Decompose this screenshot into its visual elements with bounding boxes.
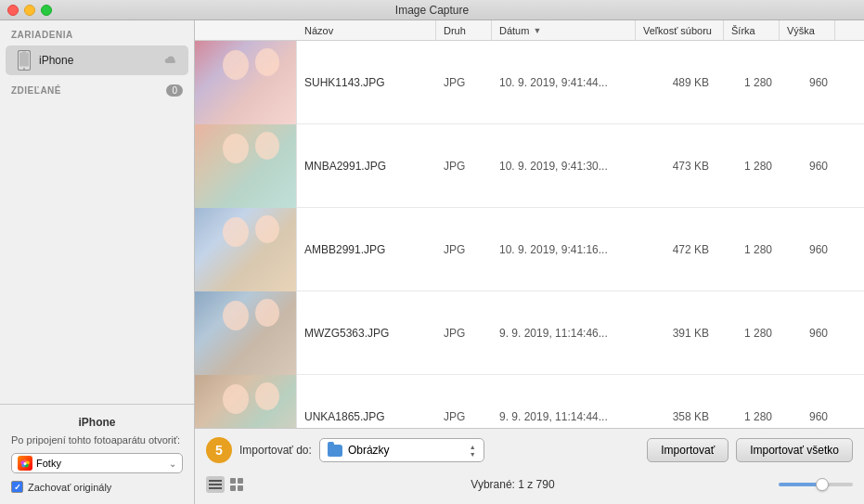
footer: 5 Importovať do: Obrázky ▲ ▼ Importovať … bbox=[195, 428, 864, 504]
open-with-row: Fotky ⌄ bbox=[11, 453, 183, 473]
cell-height: 960 bbox=[780, 327, 835, 340]
cell-height: 960 bbox=[780, 160, 835, 173]
import-button[interactable]: Importovať bbox=[647, 438, 729, 462]
traffic-lights bbox=[7, 5, 52, 16]
row-thumbnail bbox=[195, 291, 297, 375]
zoom-slider-container bbox=[779, 483, 853, 486]
shared-label: ZDIEĽANÉ bbox=[11, 85, 61, 96]
cell-date: 10. 9. 2019, 9:41:16... bbox=[492, 243, 636, 256]
cell-filetype: JPG bbox=[436, 76, 492, 89]
cell-width: 1 280 bbox=[724, 243, 780, 256]
table-header: Názov Druh Dátum ▼ Veľkosť súboru Šírka … bbox=[195, 20, 864, 41]
svg-rect-11 bbox=[209, 480, 222, 482]
sidebar-bottom: iPhone Po pripojení tohto fotoaparátu ot… bbox=[0, 404, 194, 504]
row-thumbnail bbox=[195, 41, 297, 124]
cell-width: 1 280 bbox=[724, 410, 780, 423]
close-button[interactable] bbox=[7, 5, 19, 16]
keep-originals-row: ✓ Zachovať originály bbox=[11, 481, 183, 493]
cell-height: 960 bbox=[780, 410, 835, 423]
table-row[interactable]: MNBA2991.JPGJPG10. 9. 2019, 9:41:30...47… bbox=[195, 124, 864, 208]
th-width[interactable]: Šírka bbox=[724, 20, 780, 40]
grid-view-button[interactable] bbox=[228, 476, 247, 493]
folder-dropdown[interactable]: Obrázky ▲ ▼ bbox=[319, 438, 484, 462]
table-row[interactable]: SUHK1143.JPGJPG10. 9. 2019, 9:41:44...48… bbox=[195, 41, 864, 124]
view-icons bbox=[206, 476, 247, 493]
svg-rect-2 bbox=[19, 53, 29, 67]
cell-width: 1 280 bbox=[724, 76, 780, 89]
shared-section: ZDIEĽANÉ 0 bbox=[0, 77, 194, 100]
status-bar: Vybrané: 1 z 790 bbox=[195, 472, 864, 498]
cell-filesize: 391 KB bbox=[636, 327, 724, 340]
device-info-title: iPhone bbox=[11, 416, 183, 429]
minimize-button[interactable] bbox=[24, 5, 35, 16]
app-name-label: Fotky bbox=[36, 458, 169, 469]
content-area: Názov Druh Dátum ▼ Veľkosť súboru Šírka … bbox=[195, 20, 864, 504]
keep-originals-checkbox[interactable]: ✓ bbox=[11, 481, 23, 493]
cell-filename: SUHK1143.JPG bbox=[297, 76, 436, 89]
cell-date: 10. 9. 2019, 9:41:44... bbox=[492, 76, 636, 89]
checkbox-checkmark-icon: ✓ bbox=[14, 483, 21, 492]
photos-app-icon bbox=[18, 456, 32, 471]
window-title: Image Capture bbox=[395, 4, 469, 17]
import-count-badge: 5 bbox=[206, 437, 232, 463]
titlebar: Image Capture bbox=[0, 0, 864, 20]
cloud-icon bbox=[162, 53, 177, 68]
svg-rect-17 bbox=[238, 485, 243, 491]
list-view-icon bbox=[209, 479, 222, 490]
maximize-button[interactable] bbox=[41, 5, 52, 16]
row-thumbnail bbox=[195, 208, 297, 291]
row-thumbnail bbox=[195, 375, 297, 429]
table-body: SUHK1143.JPGJPG10. 9. 2019, 9:41:44...48… bbox=[195, 41, 864, 428]
shared-badge: 0 bbox=[166, 84, 183, 97]
cell-filetype: JPG bbox=[436, 327, 492, 340]
th-name[interactable]: Názov bbox=[297, 20, 436, 40]
cell-filename: MWZG5363.JPG bbox=[297, 327, 436, 340]
folder-dropdown-arrows: ▲ ▼ bbox=[470, 444, 476, 458]
import-to-label: Importovať do: bbox=[239, 444, 312, 457]
svg-rect-16 bbox=[230, 485, 236, 491]
cell-filesize: 358 KB bbox=[636, 410, 724, 423]
devices-section-header: ZARIADENIA bbox=[0, 20, 194, 44]
import-bar: 5 Importovať do: Obrázky ▲ ▼ Importovať … bbox=[195, 429, 864, 472]
cell-date: 10. 9. 2019, 9:41:30... bbox=[492, 160, 636, 173]
cell-width: 1 280 bbox=[724, 160, 780, 173]
iphone-label: iPhone bbox=[39, 54, 159, 67]
sidebar-item-iphone[interactable]: iPhone bbox=[6, 45, 188, 75]
th-type[interactable]: Druh bbox=[436, 20, 492, 40]
device-info-text: Po pripojení tohto fotoaparátu otvoriť: bbox=[11, 434, 183, 446]
arrow-up-icon: ▲ bbox=[470, 444, 476, 450]
cell-height: 960 bbox=[780, 243, 835, 256]
svg-rect-13 bbox=[209, 487, 222, 489]
import-all-button[interactable]: Importovať všetko bbox=[736, 438, 853, 462]
cell-filename: UNKA1865.JPG bbox=[297, 410, 436, 423]
cell-filename: AMBB2991.JPG bbox=[297, 243, 436, 256]
app-dropdown[interactable]: Fotky ⌄ bbox=[11, 453, 183, 473]
cell-filetype: JPG bbox=[436, 410, 492, 423]
th-date[interactable]: Dátum ▼ bbox=[492, 20, 636, 40]
folder-icon bbox=[328, 445, 342, 457]
cell-filetype: JPG bbox=[436, 243, 492, 256]
arrow-down-icon: ▼ bbox=[470, 451, 476, 458]
th-height[interactable]: Výška bbox=[780, 20, 835, 40]
cell-filesize: 473 KB bbox=[636, 160, 724, 173]
sort-arrow-icon: ▼ bbox=[533, 26, 541, 35]
iphone-icon bbox=[17, 50, 32, 71]
cell-date: 9. 9. 2019, 11:14:44... bbox=[492, 410, 636, 423]
svg-point-3 bbox=[23, 68, 25, 70]
table-row[interactable]: MWZG5363.JPGJPG9. 9. 2019, 11:14:46...39… bbox=[195, 291, 864, 375]
status-text: Vybrané: 1 z 790 bbox=[254, 478, 771, 491]
svg-rect-12 bbox=[209, 484, 222, 485]
svg-rect-4 bbox=[22, 52, 26, 53]
cell-width: 1 280 bbox=[724, 327, 780, 340]
cell-filename: MNBA2991.JPG bbox=[297, 160, 436, 173]
cell-height: 960 bbox=[780, 76, 835, 89]
keep-originals-label: Zachovať originály bbox=[28, 482, 111, 493]
th-size[interactable]: Veľkosť súboru bbox=[636, 20, 724, 40]
svg-point-10 bbox=[24, 462, 27, 465]
table-row[interactable]: UNKA1865.JPGJPG9. 9. 2019, 11:14:44...35… bbox=[195, 375, 864, 428]
zoom-slider[interactable] bbox=[779, 483, 853, 486]
table-row[interactable]: AMBB2991.JPGJPG10. 9. 2019, 9:41:16...47… bbox=[195, 208, 864, 291]
grid-view-icon bbox=[230, 478, 245, 491]
folder-name: Obrázky bbox=[348, 444, 466, 457]
list-view-button[interactable] bbox=[206, 476, 225, 493]
